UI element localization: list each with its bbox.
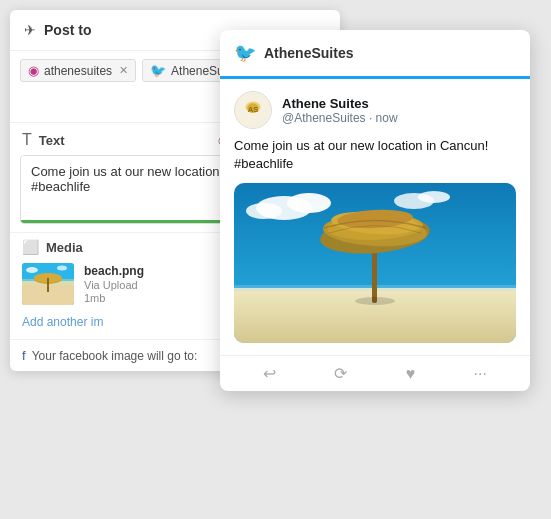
facebook-note-text: Your facebook image will go to: (32, 349, 198, 363)
tweet-body: AS Athene Suites @AtheneSuites · now Com… (220, 79, 530, 355)
tweet-author-name: Athene Suites (282, 96, 398, 111)
reply-button[interactable]: ↩ (263, 364, 276, 383)
svg-point-7 (57, 266, 67, 271)
tweet-actions: ↩ ⟳ ♥ ··· (220, 355, 530, 391)
twitter-icon-tag: 🐦 (150, 63, 166, 78)
media-label: Media (46, 240, 83, 255)
tweet-text: Come join us at our new location in Canc… (234, 137, 516, 173)
tweet-beach-image (234, 183, 516, 343)
instagram-account-name: athenesuites (44, 64, 112, 78)
post-to-label: Post to (44, 22, 91, 38)
instagram-account-tag[interactable]: ◉ athenesuites ✕ (20, 59, 136, 82)
twitter-bird-icon: 🐦 (234, 42, 256, 64)
tweet-avatar: AS (234, 91, 272, 129)
media-size: 1mb (84, 292, 144, 304)
retweet-button[interactable]: ⟳ (334, 364, 347, 383)
svg-point-17 (246, 203, 282, 219)
svg-rect-5 (47, 278, 49, 292)
media-filename: beach.png (84, 264, 144, 278)
svg-text:AS: AS (248, 105, 259, 114)
svg-point-19 (418, 191, 450, 203)
facebook-icon: f (22, 348, 26, 363)
image-icon: ⬜ (22, 239, 39, 255)
tweet-handle-time: @AtheneSuites · now (282, 111, 398, 125)
text-section-title: T Text (22, 131, 65, 149)
instagram-icon: ◉ (28, 63, 39, 78)
twitter-preview-header: 🐦 AtheneSuites (220, 30, 530, 79)
tweet-meta: Athene Suites @AtheneSuites · now (282, 96, 398, 125)
like-button[interactable]: ♥ (406, 365, 416, 383)
media-info: beach.png Via Upload 1mb (84, 264, 144, 304)
twitter-preview-panel: 🐦 AtheneSuites AS Athene Suites @AtheneS… (220, 30, 530, 391)
text-label: Text (39, 133, 65, 148)
avatar-svg: AS (235, 91, 271, 129)
more-button[interactable]: ··· (473, 365, 486, 383)
svg-point-6 (26, 267, 38, 273)
media-thumbnail (22, 263, 74, 305)
svg-point-16 (287, 193, 331, 213)
instagram-remove-btn[interactable]: ✕ (119, 64, 128, 77)
tweet-image (234, 183, 516, 343)
twitter-preview-account-name: AtheneSuites (264, 45, 353, 61)
beach-thumbnail-svg (22, 263, 74, 305)
tweet-author-row: AS Athene Suites @AtheneSuites · now (234, 91, 516, 129)
text-format-icon: T (22, 131, 32, 149)
svg-point-26 (355, 297, 395, 305)
media-source: Via Upload (84, 279, 144, 291)
send-icon: ✈ (24, 22, 36, 38)
